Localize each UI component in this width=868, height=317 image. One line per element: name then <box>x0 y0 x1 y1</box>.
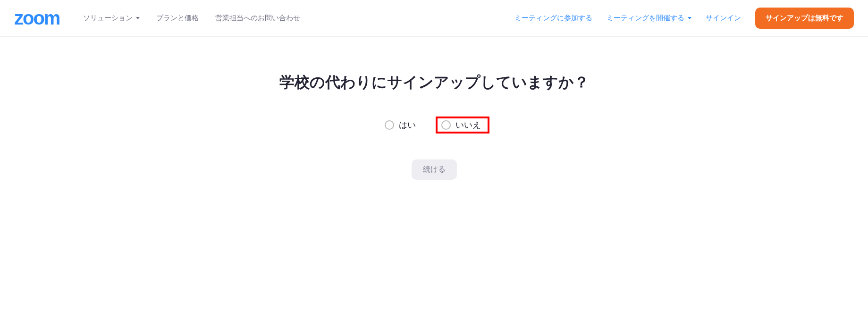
header: zoom ソリューション プランと価格 営業担当へのお問い合わせ ミーティングに… <box>0 0 868 37</box>
chevron-down-icon <box>136 17 140 19</box>
question-title: 学校の代わりにサインアップしていますか？ <box>0 72 868 93</box>
nav-left: ソリューション プランと価格 営業担当へのお問い合わせ <box>83 14 300 23</box>
zoom-logo[interactable]: zoom <box>14 8 59 29</box>
nav-host-meeting-label: ミーティングを開催する <box>607 14 684 23</box>
main-content: 学校の代わりにサインアップしていますか？ はい いいえ 続ける <box>0 37 868 180</box>
continue-button[interactable]: 続ける <box>412 159 457 180</box>
radio-icon <box>441 120 451 130</box>
nav-solutions[interactable]: ソリューション <box>83 14 140 23</box>
radio-no-label: いいえ <box>455 119 481 131</box>
radio-icon <box>385 120 394 130</box>
nav-host-meeting[interactable]: ミーティングを開催する <box>607 14 691 23</box>
sign-up-free-button[interactable]: サインアップは無料です <box>755 8 854 29</box>
nav-solutions-label: ソリューション <box>83 14 133 23</box>
nav-sign-in[interactable]: サインイン <box>706 14 741 23</box>
chevron-down-icon <box>688 17 691 19</box>
nav-right: ミーティングに参加する ミーティングを開催する サインイン サインアップは無料で… <box>514 8 854 29</box>
radio-yes-label: はい <box>399 119 416 131</box>
nav-contact-sales[interactable]: 営業担当へのお問い合わせ <box>215 14 300 23</box>
nav-plans-pricing[interactable]: プランと価格 <box>156 14 199 23</box>
nav-join-meeting[interactable]: ミーティングに参加する <box>514 14 592 23</box>
radio-option-yes[interactable]: はい <box>379 117 421 133</box>
radio-option-no[interactable]: いいえ <box>436 117 489 133</box>
radio-group: はい いいえ <box>0 117 868 133</box>
